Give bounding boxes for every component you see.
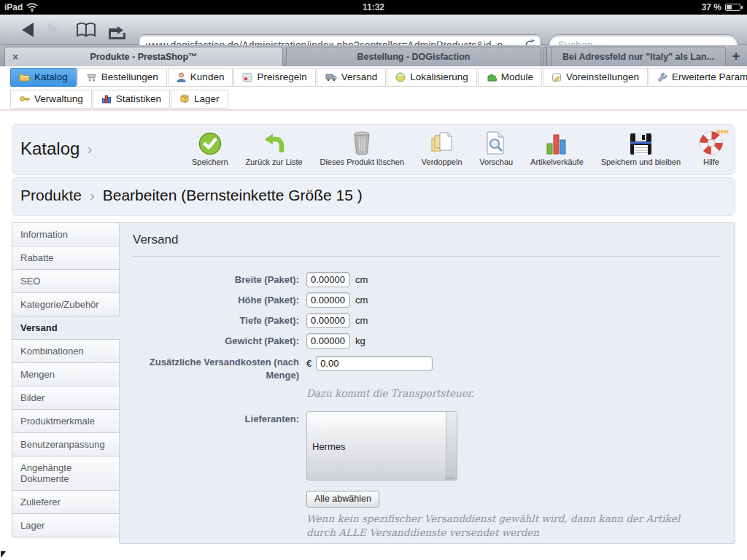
delete-product-button[interactable]: Dieses Produkt löschen (320, 130, 404, 166)
tab-produkte[interactable]: × Produkte - PrestaShop™ (4, 47, 283, 66)
browser-toolbar (0, 15, 747, 45)
tab-angehaengte-dokumente[interactable]: Angehängte Dokumente (12, 456, 120, 491)
field-label-lieferanten: Lieferanten: (133, 413, 299, 426)
help-button[interactable]: NEW Hilfe (698, 130, 724, 166)
trash-icon (351, 131, 373, 156)
unit-cm: cm (355, 295, 368, 306)
panel-title: Versand (133, 233, 721, 247)
tiefe-input[interactable] (306, 313, 350, 328)
tab-adressfeld[interactable]: Bei Adressfeld nur "Italy" als Lan... (551, 47, 726, 66)
menu-lager[interactable]: Lager (171, 90, 228, 109)
unit-kg: kg (355, 335, 365, 346)
tab-rabatte[interactable]: Rabatte (12, 246, 120, 270)
carrier-option-hermes[interactable]: Hermes (312, 441, 346, 452)
duplicate-button[interactable]: Verdoppeln (422, 130, 462, 166)
field-label-hoehe: Höhe (Paket): (133, 294, 299, 307)
battery-percent: 37 % (702, 2, 721, 12)
gewicht-input[interactable] (306, 333, 350, 349)
tab-kombinationen[interactable]: Kombinationen (12, 339, 120, 363)
tab-information[interactable]: Information (12, 222, 120, 246)
tab-mengen[interactable]: Mengen (12, 362, 120, 386)
tab-benutzeranpassung[interactable]: Benutzeranpassung (12, 432, 120, 456)
menu-versand[interactable]: Versand (317, 68, 387, 87)
menu-module[interactable]: Module (478, 68, 542, 87)
return-arrow-icon (262, 131, 287, 156)
stats-icon (101, 94, 112, 104)
new-badge: NEW (717, 129, 729, 134)
check-circle-icon (198, 131, 222, 156)
back-button[interactable] (22, 23, 34, 37)
floppy-icon (629, 132, 653, 156)
versandkosten-input[interactable] (316, 356, 433, 371)
tab-bilder[interactable]: Bilder (12, 386, 120, 410)
carrier-note: Wenn kein spezifischer Versanddienst gew… (306, 512, 693, 540)
breite-input[interactable] (306, 272, 350, 287)
tab-zulieferer[interactable]: Zulieferer (12, 490, 120, 514)
forward-button[interactable] (48, 23, 60, 37)
share-icon[interactable] (107, 22, 129, 39)
back-to-list-button[interactable]: Zurück zur Liste (245, 130, 302, 166)
page-title: Bearbeiten (Bernsteinkette Größe 15 ) (103, 187, 363, 204)
menu-bestellungen[interactable]: Bestellungen (77, 68, 167, 87)
mouse-cursor (1, 551, 6, 558)
close-tab-icon[interactable]: × (12, 51, 18, 63)
wrench-icon (657, 72, 667, 82)
bar-chart-icon (545, 132, 568, 156)
menu-lokalisierung[interactable]: Lokalisierung (387, 68, 477, 87)
unit-cm: cm (355, 315, 368, 326)
chevron-right-icon: › (87, 141, 92, 158)
chevron-right-icon: › (90, 187, 95, 204)
field-label-versandkosten: Zusätzliche Versandkosten (nach Menge) (133, 356, 299, 381)
resize-handle-icon[interactable]: ... (445, 471, 454, 481)
tax-note: Dazu kommt die Transportsteuer. (306, 386, 721, 401)
action-toolbar: Speichern Zurück zur Liste Dieses Produk… (192, 130, 724, 166)
save-and-stay-button[interactable]: Speichern und bleiben (601, 130, 681, 166)
tab-kategorie-zubehoer[interactable]: Kategorie/Zubehör (12, 292, 120, 316)
menu-katalog[interactable]: Katalog (10, 68, 77, 87)
preview-button[interactable]: Vorschau (479, 130, 513, 166)
folder-icon (19, 72, 30, 82)
menu-kunden[interactable]: Kunden (168, 68, 233, 87)
tab-produktmerkmale[interactable]: Produktmerkmale (12, 409, 120, 433)
field-label-gewicht: Gewicht (Paket): (133, 335, 299, 348)
page-edit-icon (551, 72, 562, 82)
tab-versand[interactable]: Versand (12, 316, 120, 340)
scrollbar[interactable] (446, 412, 457, 480)
new-tab-button[interactable]: + (727, 47, 746, 66)
tab-lager[interactable]: Lager (12, 513, 120, 537)
bookmarks-icon[interactable] (76, 22, 96, 38)
truck-icon (325, 72, 337, 82)
menu-statistiken[interactable]: Statistiken (93, 90, 170, 109)
tab-bestellung[interactable]: Bestellung - DOGisfaction (286, 47, 541, 66)
screen: iPad 11:32 37 % (0, 0, 747, 560)
save-button[interactable]: Speichern (192, 130, 228, 166)
browser-tab-bar: × Produkte - PrestaShop™ Bestellung - DO… (0, 45, 747, 66)
menu-voreinstellungen[interactable]: Voreinstellungen (543, 68, 648, 87)
tab-seo[interactable]: SEO (12, 269, 120, 293)
price-rules-icon (242, 72, 252, 82)
product-sales-button[interactable]: Artikelverkäufe (530, 130, 584, 166)
divider (133, 256, 721, 257)
hoehe-input[interactable] (306, 292, 350, 308)
person-icon (177, 72, 186, 82)
breadcrumb[interactable]: Katalog (20, 139, 80, 159)
field-label-tiefe: Tiefe (Paket): (133, 314, 299, 327)
menu-verwaltung[interactable]: Verwaltung (10, 90, 92, 109)
duplicate-icon (430, 131, 454, 156)
battery-tip (741, 6, 743, 9)
menu-preisregeln[interactable]: Preisregeln (233, 68, 315, 87)
preview-icon (484, 131, 508, 156)
carrier-multiselect[interactable]: Hermes ... (306, 411, 457, 481)
field-label-breite: Breite (Paket): (133, 273, 299, 287)
unit-cm: cm (355, 274, 368, 285)
menu-erweiterte-parameter[interactable]: Erweiterte Parameter (649, 68, 747, 87)
box-icon (179, 94, 190, 104)
clock: 11:32 (0, 2, 747, 12)
status-bar: iPad 11:32 37 % (0, 0, 747, 15)
deselect-all-button[interactable]: Alle abwählen (306, 491, 379, 508)
breadcrumb-produkte[interactable]: Produkte (20, 187, 82, 204)
cart-icon (86, 72, 97, 82)
key-icon (19, 94, 30, 104)
globe-icon (395, 72, 406, 82)
puzzle-icon (487, 72, 497, 82)
